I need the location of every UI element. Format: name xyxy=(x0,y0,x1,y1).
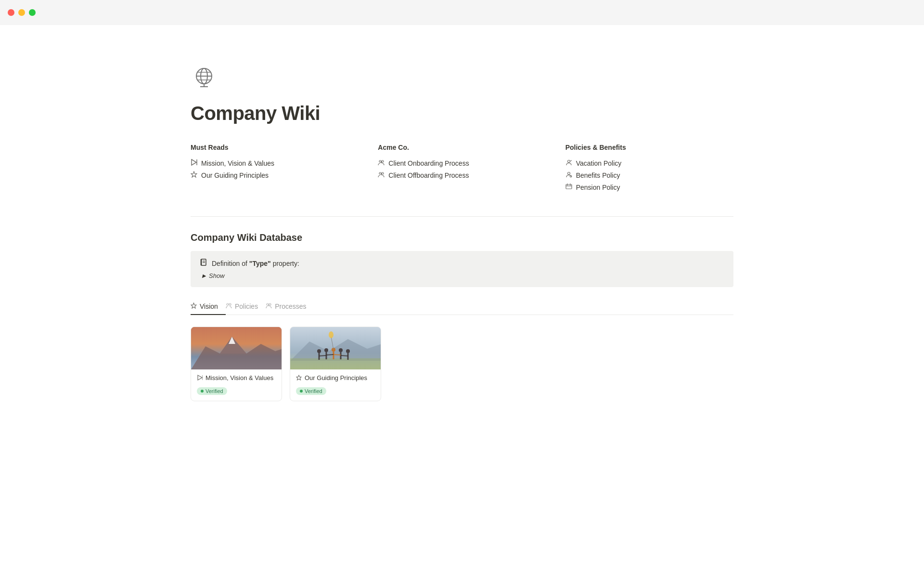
svg-point-17 xyxy=(567,160,570,163)
toggle-label: Show xyxy=(209,272,225,279)
offboarding-icon xyxy=(378,171,385,179)
svg-line-54 xyxy=(319,355,326,356)
section-policies-title: Policies & Benefits xyxy=(565,144,733,151)
card-mission[interactable]: Mission, Vision & Values Verified xyxy=(191,327,282,401)
section-acme-title: Acme Co. xyxy=(378,144,546,151)
link-offboarding[interactable]: Client Offboarding Process xyxy=(378,169,546,181)
card-guiding-badge: Verified xyxy=(296,387,326,395)
link-mission-label: Mission, Vision & Values xyxy=(201,159,274,167)
toggle-arrow-icon: ▶ xyxy=(202,273,206,278)
card-guiding-image xyxy=(290,327,381,369)
svg-marker-28 xyxy=(191,303,196,308)
card-mission-badge: Verified xyxy=(197,387,227,395)
svg-marker-9 xyxy=(191,171,197,177)
svg-point-59 xyxy=(329,331,334,338)
card-mission-image xyxy=(191,327,282,369)
link-guiding[interactable]: Our Guiding Principles xyxy=(191,169,359,181)
section-divider xyxy=(191,216,733,217)
section-must-reads: Must Reads Mission, Vision & Values Our … xyxy=(191,144,359,193)
link-benefits-label: Benefits Policy xyxy=(576,171,620,179)
svg-point-30 xyxy=(229,303,231,305)
tab-vision-label: Vision xyxy=(200,302,218,310)
svg-line-55 xyxy=(326,355,334,355)
onboarding-icon xyxy=(378,159,385,167)
card-guiding-title: Our Guiding Principles xyxy=(305,374,367,381)
page-icon xyxy=(191,64,733,95)
svg-point-29 xyxy=(227,303,229,305)
svg-marker-7 xyxy=(192,159,196,165)
svg-point-10 xyxy=(379,160,381,162)
card-guiding-icon xyxy=(296,375,302,382)
card-guiding[interactable]: Our Guiding Principles Verified xyxy=(290,327,381,401)
mission-icon xyxy=(191,159,197,167)
link-vacation-label: Vacation Policy xyxy=(576,159,622,167)
card-mission-title: Mission, Vision & Values xyxy=(205,374,273,381)
link-onboarding-label: Client Onboarding Process xyxy=(388,159,469,167)
link-offboarding-label: Client Offboarding Process xyxy=(388,171,469,179)
tab-processes[interactable]: Processes xyxy=(266,299,314,315)
svg-point-15 xyxy=(382,172,384,174)
svg-point-44 xyxy=(317,349,321,353)
svg-point-14 xyxy=(379,172,381,174)
badge-dot-icon xyxy=(201,390,204,393)
section-acme: Acme Co. Client Onboarding Process xyxy=(378,144,546,193)
badge-dot2-icon xyxy=(300,390,303,393)
link-guiding-label: Our Guiding Principles xyxy=(201,171,269,179)
section-policies: Policies & Benefits Vacation Policy xyxy=(565,144,733,193)
minimize-button[interactable] xyxy=(18,9,25,16)
card-mission-icon xyxy=(197,375,203,382)
tab-vision-icon xyxy=(191,302,197,310)
svg-marker-60 xyxy=(296,375,301,380)
guiding-icon xyxy=(191,171,197,179)
card-mission-title-row: Mission, Vision & Values xyxy=(197,374,276,382)
svg-line-56 xyxy=(334,355,341,355)
tab-vision[interactable]: Vision xyxy=(191,299,226,315)
close-button[interactable] xyxy=(8,9,14,16)
maximize-button[interactable] xyxy=(29,9,36,16)
link-vacation[interactable]: Vacation Policy xyxy=(565,157,733,169)
info-box: Definition of "Type" property: ▶ Show xyxy=(191,251,733,287)
info-toggle[interactable]: ▶ Show xyxy=(200,272,724,279)
page-title: Company Wiki xyxy=(191,103,733,124)
link-pension[interactable]: Pension Policy xyxy=(565,181,733,193)
svg-rect-20 xyxy=(566,184,572,189)
tab-policies[interactable]: Policies xyxy=(226,299,266,315)
main-content: Company Wiki Must Reads Mission, Vision … xyxy=(144,0,780,401)
benefits-icon xyxy=(565,171,572,179)
tab-processes-label: Processes xyxy=(275,302,306,310)
pension-icon xyxy=(565,183,572,191)
vacation-icon xyxy=(565,159,572,167)
tab-processes-icon xyxy=(266,302,272,310)
cards-grid: Mission, Vision & Values Verified xyxy=(191,327,733,401)
svg-point-11 xyxy=(382,160,384,162)
svg-point-50 xyxy=(339,348,343,352)
card-guiding-body: Our Guiding Principles Verified xyxy=(290,369,381,401)
book-icon xyxy=(200,259,208,268)
info-text: Definition of "Type" property: xyxy=(212,260,299,267)
svg-marker-39 xyxy=(198,375,202,380)
card-guiding-title-row: Our Guiding Principles xyxy=(296,374,375,382)
svg-point-46 xyxy=(324,348,328,352)
link-benefits[interactable]: Benefits Policy xyxy=(565,169,733,181)
tab-policies-label: Policies xyxy=(235,302,258,310)
svg-line-57 xyxy=(341,355,348,356)
link-sections: Must Reads Mission, Vision & Values Our … xyxy=(191,144,733,193)
section-must-reads-title: Must Reads xyxy=(191,144,359,151)
svg-point-52 xyxy=(346,349,350,353)
tabs: Vision Policies xyxy=(191,299,733,315)
window-chrome xyxy=(0,0,924,25)
svg-rect-43 xyxy=(290,358,381,369)
db-title: Company Wiki Database xyxy=(191,232,733,243)
link-pension-label: Pension Policy xyxy=(576,184,620,191)
link-mission[interactable]: Mission, Vision & Values xyxy=(191,157,359,169)
link-onboarding[interactable]: Client Onboarding Process xyxy=(378,157,546,169)
tab-policies-icon xyxy=(226,302,232,310)
info-box-header: Definition of "Type" property: xyxy=(200,259,724,268)
svg-point-18 xyxy=(567,172,570,175)
card-mission-body: Mission, Vision & Values Verified xyxy=(191,369,282,401)
